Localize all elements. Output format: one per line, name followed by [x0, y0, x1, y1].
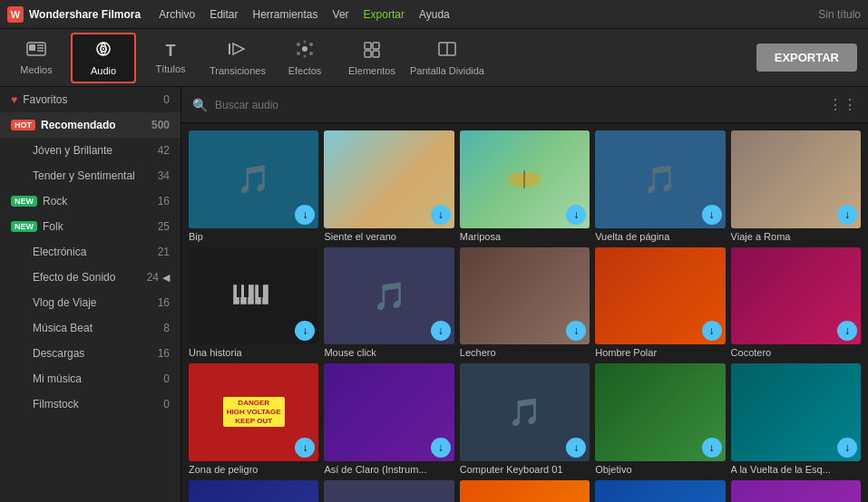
toolbar-titulos[interactable]: T Títulos — [138, 33, 203, 83]
list-item[interactable]: 🎵 ↓ Bip — [189, 130, 318, 242]
titlebar: W Wondershare Filmora Archivo Editar Her… — [0, 0, 868, 29]
disc-icon: 🎵 — [373, 280, 406, 312]
download-siente[interactable]: ↓ — [431, 205, 451, 225]
sidebar-item-joven[interactable]: Jóven y Brillante 42 — [0, 138, 180, 163]
list-item[interactable]: 🎵 ↓ Mouse click — [324, 247, 454, 359]
sidebar-rock-count: 16 — [158, 195, 170, 208]
list-item[interactable]: DANGERHIGH VOLTAGEKEEP OUT ↓ Zona de pel… — [189, 363, 318, 475]
sidebar-filmstock-count: 0 — [163, 398, 170, 410]
label-mariposa: Mariposa — [460, 231, 590, 242]
list-item[interactable]: ↓ Cocotero — [731, 247, 861, 359]
sidebar-descargas-label: Descargas — [11, 347, 158, 360]
thumb-swoosh: 🎵 ↓ — [324, 480, 454, 502]
download-mariposa[interactable]: ↓ — [566, 205, 586, 225]
svg-rect-32 — [262, 285, 268, 304]
toolbar-titulos-label: Títulos — [155, 63, 185, 74]
medios-icon — [26, 41, 46, 62]
download-hombre[interactable]: ↓ — [702, 321, 722, 341]
thumb-vuelta: 🎵 ↓ — [595, 130, 725, 228]
menu-ayuda[interactable]: Ayuda — [419, 8, 450, 21]
sidebar-item-filmstock[interactable]: Filmstock 0 — [0, 391, 180, 417]
toolbar-audio[interactable]: Audio — [71, 33, 136, 83]
download-keyboard[interactable]: ↓ — [566, 438, 586, 458]
list-item[interactable]: ↓ 45 - Versión Instrum... — [595, 480, 725, 502]
app-logo: W — [7, 6, 24, 23]
toolbar-medios[interactable]: Medios — [4, 33, 69, 83]
download-roma[interactable]: ↓ — [837, 205, 857, 225]
download-bip[interactable]: ↓ — [295, 205, 315, 225]
svg-rect-22 — [373, 51, 379, 57]
download-claro[interactable]: ↓ — [431, 438, 451, 458]
svg-point-26 — [519, 172, 541, 187]
sidebar-item-vlog[interactable]: Vlog de Viaje 16 — [0, 290, 180, 315]
thumb-sala: ↓ — [460, 480, 590, 502]
sidebar-item-musica[interactable]: Música Beat 8 — [0, 315, 180, 341]
menu-archivo[interactable]: Archivo — [159, 8, 195, 21]
menu-exportar[interactable]: Exportar — [364, 8, 405, 21]
thumb-roma: ↓ — [731, 130, 861, 228]
sidebar-item-recomendado[interactable]: HOT Recomendado 500 — [0, 112, 180, 138]
download-vuelta[interactable]: ↓ — [702, 205, 722, 225]
disc-icon: 🎵 — [237, 163, 270, 195]
sidebar-mimusica-count: 0 — [163, 372, 170, 385]
search-bar: 🔍 ⋮⋮ — [181, 87, 868, 123]
list-item[interactable]: ↓ Objetivo — [595, 363, 725, 475]
sidebar-item-favoritos[interactable]: ♥ Favoritos 0 — [0, 87, 180, 112]
menu-editar[interactable]: Editar — [210, 8, 238, 21]
sidebar-recomendado-label: Recomendado — [41, 119, 151, 131]
list-item[interactable]: ↓ Siente el verano — [324, 130, 454, 242]
list-item[interactable]: ↓ Lechero — [460, 247, 590, 359]
sidebar-favoritos-count: 0 — [163, 93, 170, 106]
list-item[interactable]: 🎵 ↓ Swoosh de transición — [324, 480, 454, 502]
list-item[interactable]: ↓ Mariposa — [460, 130, 590, 242]
sidebar-item-descargas[interactable]: Descargas 16 — [0, 341, 180, 366]
list-item[interactable]: ↓ Volver a Empezar — [189, 480, 318, 502]
download-historia[interactable]: ↓ — [295, 321, 315, 341]
list-item[interactable]: 🎵 ↓ Vuelta de página — [595, 130, 725, 242]
download-vuelta2[interactable]: ↓ — [837, 438, 857, 458]
svg-point-12 — [302, 46, 307, 52]
toolbar-transiciones[interactable]: Transiciones — [205, 33, 270, 83]
more-options-icon[interactable]: ⋮⋮ — [828, 96, 857, 113]
download-objetivo[interactable]: ↓ — [702, 438, 722, 458]
label-siente: Siente el verano — [324, 231, 454, 242]
list-item[interactable]: ↓ Viaje a Roma — [731, 130, 861, 242]
download-mouse[interactable]: ↓ — [431, 321, 451, 341]
menu-herramientas[interactable]: Herramientas — [253, 8, 318, 21]
download-cocotero[interactable]: ↓ — [837, 321, 857, 341]
list-item[interactable]: 🎵 ↓ Computer Keyboard 01 — [460, 363, 590, 475]
download-lechero[interactable]: ↓ — [566, 321, 586, 341]
sidebar-item-folk[interactable]: NEW Folk 25 — [0, 214, 180, 239]
list-item[interactable]: ↓ Cielo de lágrimas — [731, 480, 861, 502]
svg-rect-21 — [365, 51, 371, 57]
svg-marker-10 — [233, 43, 244, 54]
download-peligro[interactable]: ↓ — [295, 438, 315, 458]
sidebar-descargas-count: 16 — [158, 347, 170, 360]
list-item[interactable]: ↓ A la Vuelta de la Esq... — [731, 363, 861, 475]
hot-badge: HOT — [11, 120, 35, 130]
toolbar-elementos[interactable]: Elementos — [339, 33, 405, 83]
thumb-bip: 🎵 ↓ — [189, 130, 318, 228]
label-vuelta2: A la Vuelta de la Esq... — [731, 464, 861, 475]
list-item[interactable]: ↓ Sala Feliz — [460, 480, 590, 502]
sidebar-item-tender[interactable]: Tender y Sentimental 34 — [0, 163, 180, 188]
sidebar-item-mimusica[interactable]: Mi música 0 — [0, 366, 180, 391]
sidebar-item-rock[interactable]: NEW Rock 16 — [0, 188, 180, 214]
toolbar-efectos[interactable]: Efectos — [272, 33, 337, 83]
export-button[interactable]: EXPORTAR — [756, 43, 857, 72]
label-objetivo: Objetivo — [595, 464, 725, 475]
menu-ver[interactable]: Ver — [333, 8, 349, 21]
thumb-claro: ↓ — [324, 363, 454, 461]
list-item[interactable]: ↓ Así de Claro (Instrum... — [324, 363, 454, 475]
search-input[interactable] — [215, 99, 821, 111]
toolbar-pantalla[interactable]: Pantalla Dividida — [406, 33, 488, 83]
svg-rect-20 — [373, 43, 379, 49]
disc-icon: 🎵 — [508, 396, 541, 428]
sidebar-item-efecto[interactable]: Efecto de Sonido 24 ◀ — [0, 265, 180, 290]
toolbar: Medios Audio T Títulos Transiciones — [0, 29, 868, 87]
list-item[interactable]: ↓ Una historia — [189, 247, 318, 359]
list-item[interactable]: ↓ Hombre Polar — [595, 247, 725, 359]
label-claro: Así de Claro (Instrum... — [324, 464, 454, 475]
svg-point-18 — [304, 54, 307, 57]
sidebar-item-electronica[interactable]: Electrónica 21 — [0, 239, 180, 265]
